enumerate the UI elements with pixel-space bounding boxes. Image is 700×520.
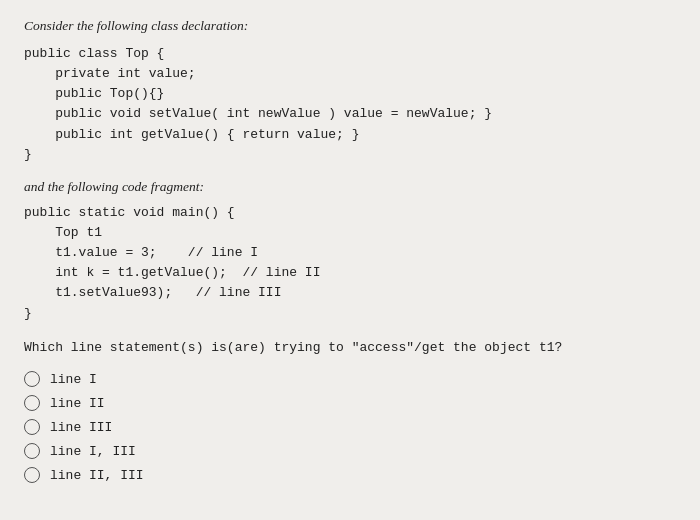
fragment-label: and the following code fragment: xyxy=(24,179,676,195)
class-code-block: public class Top { private int value; pu… xyxy=(24,44,676,165)
question-text: Which line statement(s) is(are) trying t… xyxy=(24,338,676,358)
radio-circle-4[interactable] xyxy=(24,443,40,459)
option-label-2: line II xyxy=(50,396,105,411)
option-item-1[interactable]: line I xyxy=(24,371,676,387)
option-item-4[interactable]: line I, III xyxy=(24,443,676,459)
radio-circle-5[interactable] xyxy=(24,467,40,483)
option-label-4: line I, III xyxy=(50,444,136,459)
radio-circle-3[interactable] xyxy=(24,419,40,435)
option-label-3: line III xyxy=(50,420,112,435)
option-item-3[interactable]: line III xyxy=(24,419,676,435)
fragment-code-block: public static void main() { Top t1 t1.va… xyxy=(24,203,676,324)
option-item-2[interactable]: line II xyxy=(24,395,676,411)
radio-circle-1[interactable] xyxy=(24,371,40,387)
option-label-1: line I xyxy=(50,372,97,387)
radio-circle-2[interactable] xyxy=(24,395,40,411)
option-label-5: line II, III xyxy=(50,468,144,483)
intro-text: Consider the following class declaration… xyxy=(24,18,676,34)
options-list: line Iline IIline IIIline I, IIIline II,… xyxy=(24,371,676,483)
option-item-5[interactable]: line II, III xyxy=(24,467,676,483)
